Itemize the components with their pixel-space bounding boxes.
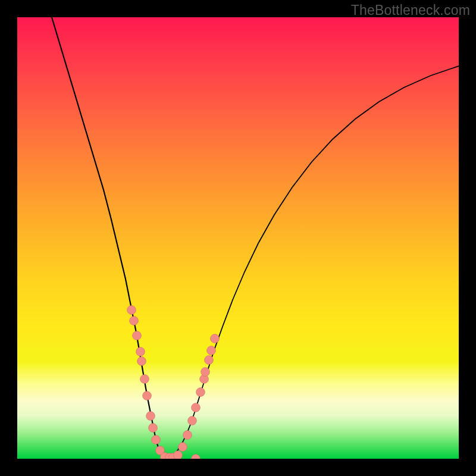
data-dot (192, 455, 201, 459)
data-dot (183, 431, 192, 440)
right-dots-group (174, 334, 220, 459)
data-dot (127, 306, 136, 315)
data-dot (174, 451, 183, 459)
plot-area (17, 17, 459, 459)
data-dot (205, 356, 214, 365)
data-dot (188, 416, 197, 425)
data-dot (196, 388, 205, 397)
data-dot (140, 375, 149, 384)
data-dot (207, 346, 216, 355)
data-dot (146, 412, 155, 421)
left-curve (52, 17, 168, 458)
data-dot (201, 368, 210, 377)
data-dot (152, 436, 161, 444)
data-dot (130, 317, 139, 325)
data-dot (149, 424, 158, 433)
data-dot (133, 331, 142, 340)
chart-frame: TheBottleneck.com (0, 0, 476, 476)
data-dot (211, 334, 220, 343)
data-dot (143, 392, 152, 400)
data-dot (136, 347, 145, 356)
right-curve (168, 66, 459, 458)
data-dot (178, 443, 187, 452)
left-dots-group (127, 306, 178, 459)
data-dot (192, 403, 201, 412)
data-dot (137, 357, 146, 366)
watermark-text: TheBottleneck.com (351, 2, 470, 18)
curves-svg (17, 17, 459, 459)
